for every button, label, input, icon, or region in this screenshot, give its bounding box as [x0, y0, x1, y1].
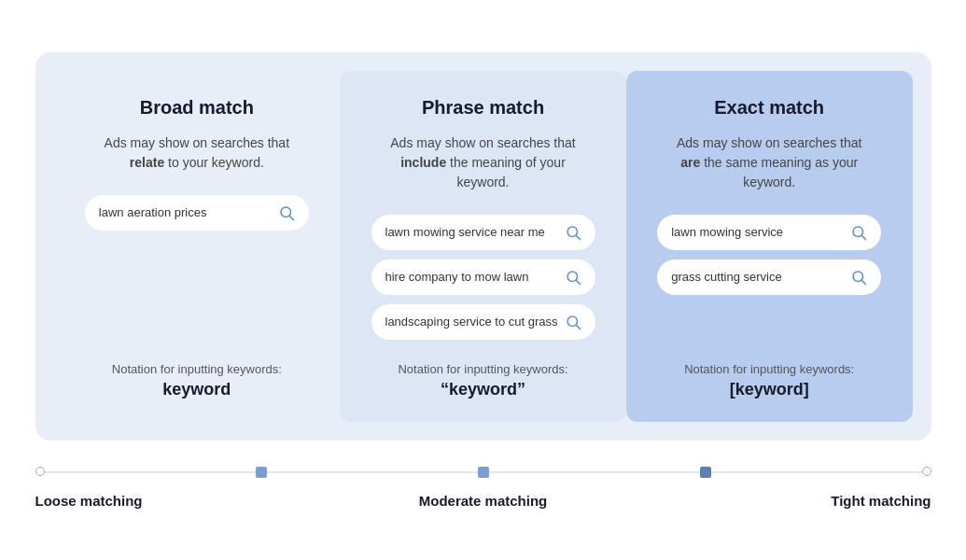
timeline-bar — [35, 463, 931, 482]
phrase-pill-1: lawn mowing service near me — [371, 215, 595, 250]
search-icon — [565, 224, 581, 241]
search-icon — [278, 204, 295, 221]
timeline-point-exact-marker — [700, 467, 711, 478]
exact-match-desc: Ads may show on searches that are the sa… — [676, 133, 862, 192]
timeline-point-phrase-marker — [478, 467, 489, 478]
exact-pill-2-text: grass cutting service — [671, 270, 782, 284]
broad-pill-1-text: lawn aeration prices — [99, 205, 207, 219]
svg-line-9 — [862, 235, 866, 239]
svg-line-3 — [576, 235, 580, 239]
phrase-pill-3-text: landscaping service to cut grass — [385, 315, 558, 329]
column-phrase: Phrase match Ads may show on searches th… — [340, 71, 626, 422]
timeline-points — [35, 467, 931, 478]
svg-line-1 — [289, 216, 293, 219]
broad-match-title: Broad match — [140, 97, 254, 119]
phrase-pill-3: landscaping service to cut grass — [371, 304, 595, 340]
phrase-search-pills: lawn mowing service near me hire company… — [362, 215, 604, 340]
search-icon — [850, 224, 867, 241]
exact-pill-1-text: lawn mowing service — [671, 225, 783, 239]
timeline-label-tight: Tight matching — [633, 493, 931, 509]
broad-notation-label: Notation for inputting keywords: — [112, 362, 282, 376]
phrase-notation: Notation for inputting keywords: “keywor… — [398, 362, 567, 399]
search-icon — [565, 269, 581, 286]
exact-pill-2: grass cutting service — [657, 259, 881, 295]
column-broad: Broad match Ads may show on searches tha… — [54, 71, 341, 422]
exact-notation: Notation for inputting keywords: [keywor… — [684, 362, 854, 399]
broad-pill-1: lawn aeration prices — [85, 195, 309, 231]
timeline-square-broad — [256, 467, 267, 478]
exact-match-title: Exact match — [714, 97, 824, 119]
timeline-square-exact — [700, 467, 711, 478]
svg-line-5 — [576, 280, 580, 284]
main-container: Broad match Ads may show on searches tha… — [35, 52, 931, 441]
phrase-notation-value: “keyword” — [398, 380, 567, 399]
svg-line-7 — [576, 325, 580, 329]
exact-pill-1: lawn mowing service — [657, 215, 881, 250]
timeline-point-left — [35, 467, 45, 478]
phrase-pill-2: hire company to mow lawn — [371, 259, 595, 295]
broad-search-pills: lawn aeration prices — [77, 195, 318, 340]
svg-line-11 — [862, 280, 866, 284]
timeline-dot-right — [922, 467, 931, 476]
timeline-label-moderate: Moderate matching — [334, 493, 633, 509]
columns-row: Broad match Ads may show on searches tha… — [54, 71, 913, 422]
exact-notation-value: [keyword] — [684, 380, 854, 399]
exact-search-pills: lawn mowing service grass cutting servic… — [649, 215, 890, 340]
phrase-pill-1-text: lawn mowing service near me — [385, 225, 545, 239]
timeline-point-right — [922, 467, 931, 478]
phrase-pill-2-text: hire company to mow lawn — [385, 270, 529, 284]
broad-match-desc: Ads may show on searches that relate to … — [104, 133, 290, 173]
search-icon — [565, 314, 581, 330]
timeline-label-loose: Loose matching — [35, 493, 334, 509]
column-exact: Exact match Ads may show on searches tha… — [626, 71, 913, 422]
phrase-match-desc: Ads may show on searches that include th… — [390, 133, 577, 192]
timeline-dot-left — [35, 467, 45, 476]
phrase-notation-label: Notation for inputting keywords: — [398, 362, 567, 376]
phrase-match-title: Phrase match — [422, 97, 544, 119]
timeline-point-broad-marker — [256, 467, 267, 478]
exact-notation-label: Notation for inputting keywords: — [684, 362, 854, 376]
timeline-labels: Loose matching Moderate matching Tight m… — [35, 493, 931, 509]
broad-notation-value: keyword — [112, 380, 282, 399]
timeline-container: Loose matching Moderate matching Tight m… — [35, 463, 931, 509]
broad-notation: Notation for inputting keywords: keyword — [112, 362, 282, 399]
timeline-square-phrase — [478, 467, 489, 478]
search-icon — [850, 269, 867, 286]
